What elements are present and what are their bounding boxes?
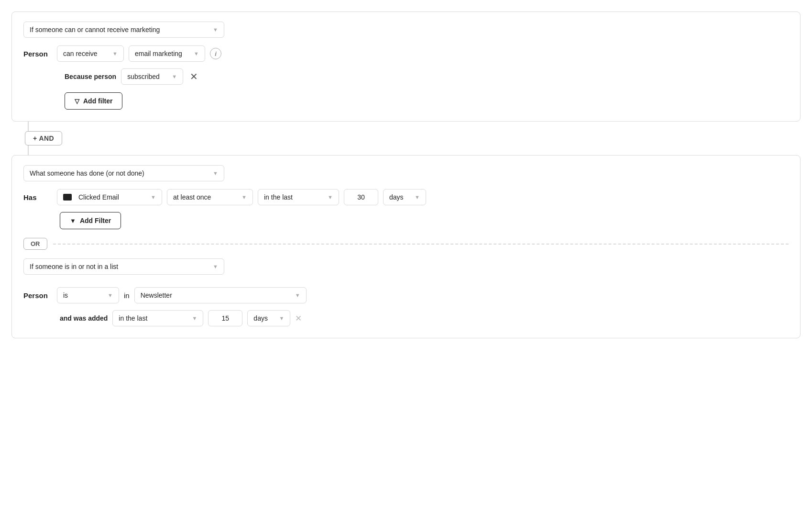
section2-days-label: days <box>389 193 404 201</box>
section1-filter-icon: ▽ <box>75 98 79 105</box>
section3-in-the-last-dropdown[interactable]: in the last ▼ <box>112 310 203 326</box>
section2-in-the-last-label: in the last <box>264 193 293 201</box>
section1-email-marketing-chevron-icon: ▼ <box>194 51 199 56</box>
section3-main-dropdown-chevron-icon: ▼ <box>213 264 218 269</box>
section2-in-the-last-chevron-icon: ▼ <box>328 194 333 200</box>
section2-has-label: Has <box>23 193 52 201</box>
section3-days-dropdown[interactable]: days ▼ <box>247 310 290 326</box>
section2-days-count-input[interactable] <box>344 189 378 205</box>
or-button[interactable]: OR <box>23 238 47 250</box>
section3-is-label: is <box>63 291 68 299</box>
section3-is-dropdown[interactable]: is ▼ <box>57 287 119 303</box>
section1-main-dropdown[interactable]: If someone can or cannot receive marketi… <box>23 22 224 38</box>
section3-days-count-input[interactable] <box>208 310 242 326</box>
section1-add-filter-button[interactable]: ▽ Add filter <box>65 92 122 110</box>
section3-main-dropdown[interactable]: If someone is in or not in a list ▼ <box>23 258 224 275</box>
section3-newsletter-label: Newsletter <box>141 291 172 299</box>
section1-email-marketing-label: email marketing <box>135 50 182 57</box>
section2-clicked-email-dropdown[interactable]: Clicked Email ▼ <box>57 189 162 205</box>
section1-person-label: Person <box>23 50 52 58</box>
section3-person-label: Person <box>23 291 52 300</box>
section1-can-receive-chevron-icon: ▼ <box>112 51 118 56</box>
section3-and-was-row: and was added in the last ▼ days ▼ ✕ <box>60 310 789 326</box>
section3-in-the-last-label: in the last <box>119 314 147 322</box>
section2-days-chevron-icon: ▼ <box>415 194 420 200</box>
section1-main-dropdown-label: If someone can or cannot receive marketi… <box>30 26 160 33</box>
section3-person-row: Person is ▼ in Newsletter ▼ <box>23 287 789 303</box>
or-connector: OR <box>23 238 789 250</box>
section1-email-marketing-dropdown[interactable]: email marketing ▼ <box>129 45 205 62</box>
section2-add-filter-button[interactable]: ▼ Add Filter <box>60 212 121 229</box>
section1-can-receive-label: can receive <box>63 50 98 57</box>
section1-add-filter-label: Add filter <box>83 97 112 105</box>
section3-remove-icon[interactable]: ✕ <box>295 313 302 323</box>
section3-is-chevron-icon: ▼ <box>108 292 113 298</box>
section1-subscribed-dropdown[interactable]: subscribed ▼ <box>121 68 183 85</box>
section1-add-filter-container: ▽ Add filter <box>65 92 789 110</box>
section1-remove-because-icon[interactable]: ✕ <box>190 71 198 82</box>
section1-because-row: Because person subscribed ▼ ✕ <box>65 68 789 85</box>
section1-subscribed-chevron-icon: ▼ <box>172 74 177 79</box>
section1-subscribed-label: subscribed <box>127 73 160 80</box>
section2-at-least-once-chevron-icon: ▼ <box>241 194 247 200</box>
and-button[interactable]: + AND <box>25 131 62 145</box>
section2-filter-icon: ▼ <box>70 217 76 224</box>
section-1: If someone can or cannot receive marketi… <box>11 11 801 122</box>
section1-because-label: Because person <box>65 73 116 80</box>
section2-in-the-last-dropdown[interactable]: in the last ▼ <box>258 189 339 205</box>
section1-main-dropdown-chevron-icon: ▼ <box>213 27 218 33</box>
section2-main-dropdown-label: What someone has done (or not done) <box>30 169 144 177</box>
section3-in-label: in <box>124 291 130 300</box>
section2-clicked-email-chevron-icon: ▼ <box>151 194 156 200</box>
section1-can-receive-dropdown[interactable]: can receive ▼ <box>57 45 124 62</box>
section2-main-dropdown[interactable]: What someone has done (or not done) ▼ <box>23 165 224 181</box>
section3-main-dropdown-label: If someone is in or not in a list <box>30 263 118 270</box>
section2-days-dropdown[interactable]: days ▼ <box>383 189 426 205</box>
section3-newsletter-chevron-icon: ▼ <box>295 292 300 298</box>
section3-and-was-added-label: and was added <box>60 314 108 322</box>
section2-main-dropdown-chevron-icon: ▼ <box>213 170 218 176</box>
section2-add-filter-container: ▼ Add Filter <box>60 212 789 229</box>
section1-person-row: Person can receive ▼ email marketing ▼ i <box>23 45 789 62</box>
section2-has-row: Has Clicked Email ▼ at least once ▼ in t… <box>23 189 789 205</box>
email-icon <box>63 194 72 201</box>
info-icon[interactable]: i <box>210 48 221 59</box>
section-2: What someone has done (or not done) ▼ Ha… <box>11 155 801 338</box>
section2-at-least-once-dropdown[interactable]: at least once ▼ <box>167 189 253 205</box>
section3-in-the-last-chevron-icon: ▼ <box>192 315 197 321</box>
section2-at-least-once-label: at least once <box>173 193 211 201</box>
section3-newsletter-dropdown[interactable]: Newsletter ▼ <box>134 287 307 303</box>
or-dashed-line <box>53 244 789 245</box>
section3-days-chevron-icon: ▼ <box>279 315 284 321</box>
section2-clicked-email-label: Clicked Email <box>78 193 145 201</box>
section2-add-filter-label: Add Filter <box>80 217 111 224</box>
section3-days-label: days <box>253 314 268 322</box>
